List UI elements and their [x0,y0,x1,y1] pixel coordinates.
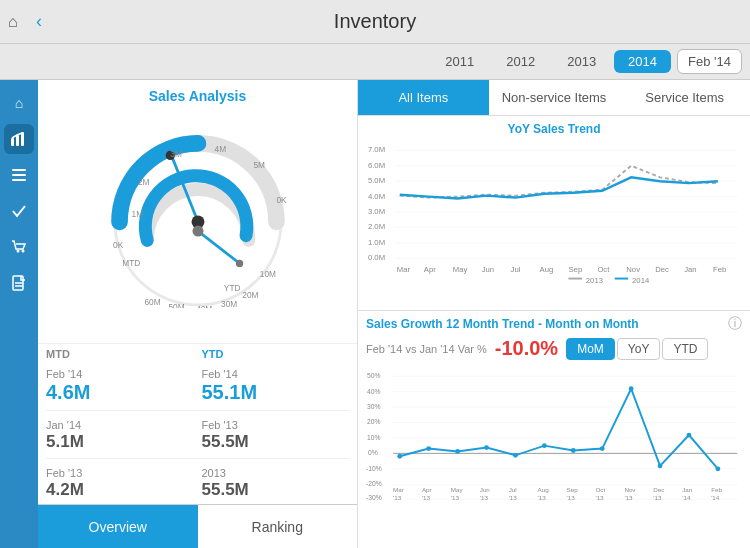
svg-text:'13: '13 [422,494,431,501]
svg-text:Dec: Dec [653,486,664,493]
ytd-tab[interactable]: YTD [662,338,708,360]
sidebar-list-icon[interactable] [4,160,34,190]
svg-text:Feb: Feb [713,265,726,274]
growth-header: Sales Growth 12 Month Trend - Month on M… [366,315,742,333]
svg-text:30%: 30% [367,403,380,410]
svg-text:5M: 5M [253,160,265,170]
svg-text:MTD: MTD [122,258,140,268]
row3-mtd-value: 4.2M [46,480,194,500]
period-tab[interactable]: Feb '14 [677,49,742,74]
sidebar-check-icon[interactable] [4,196,34,226]
svg-text:20M: 20M [242,290,258,300]
main-layout: ⌂ [0,80,750,548]
svg-text:20%: 20% [367,418,380,425]
svg-text:-20%: -20% [366,480,382,487]
sales-analysis-section: Sales Analysis [38,80,357,343]
ytd-header: YTD [202,348,350,360]
right-panel: All Items Non-service Items Service Item… [358,80,750,548]
svg-text:40M: 40M [196,304,212,308]
overview-tab[interactable]: Overview [38,505,198,548]
svg-text:'13: '13 [567,494,576,501]
svg-text:0K: 0K [276,195,287,205]
svg-text:Jun: Jun [482,265,494,274]
svg-text:0.0M: 0.0M [368,253,385,262]
filter-non-service[interactable]: Non-service Items [489,80,620,115]
year-tabs-bar: 2011 2012 2013 2014 Feb '14 [0,44,750,80]
home-button[interactable]: ⌂ [8,13,18,31]
row2-mtd-period: Jan '14 [46,419,194,431]
year-tab-2012[interactable]: 2012 [492,50,549,73]
svg-point-91 [629,386,634,391]
gauge-container: 1M 2M 3M 4M 5M 0K 0K MTD YTD 50M 60M 40M… [46,108,349,308]
mom-tab[interactable]: MoM [566,338,615,360]
svg-text:'13: '13 [451,494,460,501]
svg-text:7.0M: 7.0M [368,145,385,154]
svg-text:30M: 30M [221,299,237,308]
svg-text:May: May [453,265,468,274]
svg-text:Jan: Jan [684,265,696,274]
svg-text:60M: 60M [144,297,160,307]
info-icon[interactable]: ⓘ [728,315,742,333]
variance-row: Feb '14 vs Jan '14 Var % -10.0% MoM YoY … [366,337,742,360]
svg-text:Nov: Nov [626,265,640,274]
svg-point-93 [687,433,692,438]
row2-ytd-value: 55.5M [202,432,350,452]
sidebar-home-icon[interactable]: ⌂ [4,88,34,118]
svg-point-16 [192,226,203,237]
svg-text:0K: 0K [113,240,124,250]
svg-point-7 [22,250,25,253]
svg-text:'13: '13 [538,494,547,501]
yoy-tab[interactable]: YoY [617,338,661,360]
year-tab-2011[interactable]: 2011 [431,50,488,73]
svg-point-89 [571,448,576,453]
svg-text:'13: '13 [393,494,402,501]
ranking-tab[interactable]: Ranking [198,505,358,548]
svg-rect-4 [12,174,26,176]
svg-point-94 [715,466,720,471]
year-tab-2013[interactable]: 2013 [553,50,610,73]
svg-text:3.0M: 3.0M [368,207,385,216]
row2-mtd-value: 5.1M [46,432,194,452]
svg-text:'13: '13 [480,494,489,501]
back-button[interactable]: ‹ [36,11,42,32]
yoy-chart-title: YoY Sales Trend [366,122,742,136]
svg-text:5.0M: 5.0M [368,176,385,185]
growth-controls: MoM YoY YTD [566,338,708,360]
sidebar-chart-icon[interactable] [4,124,34,154]
sidebar: ⌂ [0,80,38,548]
svg-point-6 [17,250,20,253]
svg-rect-5 [12,179,26,181]
svg-text:6.0M: 6.0M [368,161,385,170]
svg-text:'13: '13 [595,494,604,501]
svg-text:Sep: Sep [568,265,582,274]
growth-chart-svg: 50% 40% 30% 20% 10% 0% -10% -20% -30% [366,364,742,509]
svg-rect-0 [11,138,14,146]
filter-service[interactable]: Service Items [619,80,750,115]
sidebar-cart-icon[interactable] [4,232,34,262]
svg-text:Jan: Jan [682,486,693,493]
svg-text:'13: '13 [509,494,518,501]
svg-point-86 [484,445,489,450]
svg-text:Mar: Mar [397,265,411,274]
mtd-ytd-section: MTD YTD Feb '14 4.6M Feb '14 55.1M [38,343,357,504]
svg-text:10%: 10% [367,434,380,441]
filter-tabs: All Items Non-service Items Service Item… [358,80,750,116]
svg-text:2014: 2014 [632,276,650,285]
filter-all-items[interactable]: All Items [358,80,489,115]
svg-text:Oct: Oct [597,265,610,274]
svg-text:2.0M: 2.0M [368,222,385,231]
svg-text:Jul: Jul [511,265,521,274]
svg-text:2013: 2013 [586,276,603,285]
svg-text:Sep: Sep [567,486,579,493]
svg-text:Jun: Jun [480,486,491,493]
year-tab-2014[interactable]: 2014 [614,50,671,73]
sales-analysis-title: Sales Analysis [46,88,349,104]
svg-text:'14: '14 [711,494,720,501]
row1-ytd-period: Feb '14 [202,368,350,380]
svg-point-87 [513,453,518,458]
svg-text:10M: 10M [259,269,275,279]
row3-ytd-value: 55.5M [202,480,350,500]
svg-point-88 [542,443,547,448]
svg-text:Apr: Apr [422,486,432,493]
sidebar-doc-icon[interactable] [4,268,34,298]
